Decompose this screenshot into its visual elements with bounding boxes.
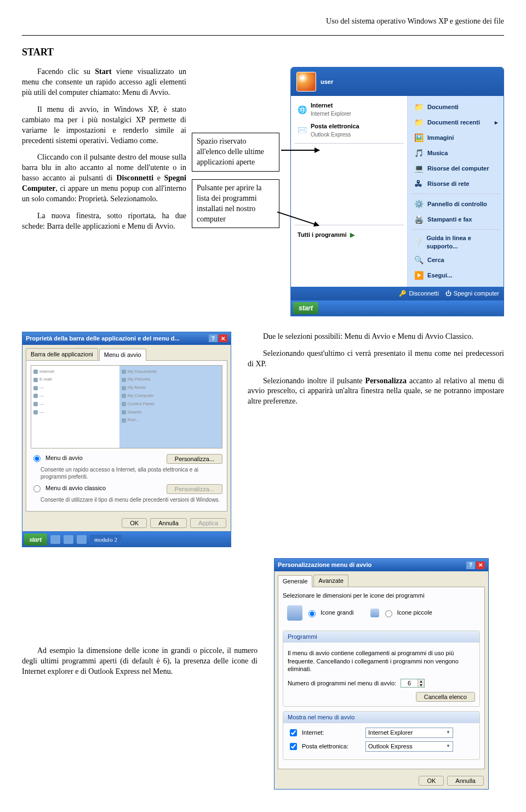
combo-internet[interactable]: Internet Explorer▼ [365, 728, 453, 738]
mid-text-column: Due le selezioni possibili: Menu di Avvi… [248, 332, 504, 547]
radio-menu-avvio[interactable] [33, 455, 41, 462]
radio-label: Menu di avvio classico [45, 484, 106, 492]
check-internet[interactable] [290, 729, 297, 736]
menu-item-documents[interactable]: 📁Documenti [410, 99, 501, 115]
menu-item-internet[interactable]: 🌐 InternetInternet Explorer [293, 99, 405, 120]
personalizza-button[interactable]: Personalizza... [167, 454, 222, 464]
gear-icon: ⚙️ [413, 198, 424, 209]
chevron-down-icon: ▼ [446, 743, 450, 749]
menu-item-search[interactable]: 🔍Cerca [410, 253, 501, 268]
radio-label: Menu di avvio [45, 454, 83, 462]
close-button[interactable]: ✕ [219, 334, 227, 342]
start-button[interactable]: start [24, 533, 47, 546]
taskbar-screenshot: start modulo 2 [22, 532, 231, 547]
tab-generale[interactable]: Generale [278, 575, 312, 587]
num-programs-spinner[interactable]: ▲▼ [401, 679, 425, 688]
check-mail[interactable] [290, 743, 297, 750]
ok-button[interactable]: OK [122, 518, 147, 528]
run-icon: ▶️ [413, 270, 424, 281]
group-programmi: Programmi [283, 631, 479, 643]
radio-icone-piccole[interactable] [385, 610, 392, 617]
menu-item-run[interactable]: ▶️Esegui... [410, 268, 501, 283]
chevron-right-icon: ▸ [495, 118, 498, 127]
tab-startmenu[interactable]: Menu di avvio [99, 349, 146, 361]
music-icon: 🎵 [413, 147, 424, 158]
all-programs-button[interactable]: Tutti i programmi▶ [293, 228, 405, 242]
num-programs-label: Numero di programmi nel menu di avvio: [288, 679, 396, 688]
group-mostra: Mostra nel menu di avvio [283, 712, 479, 723]
images-icon: 🖼️ [413, 132, 424, 143]
folder-icon: 📁 [413, 101, 424, 112]
quicklaunch-icon[interactable] [50, 535, 60, 544]
shutdown-button[interactable]: ⏻Spegni computer [445, 289, 499, 298]
num-programs-input[interactable] [401, 679, 418, 687]
large-icon-preview [287, 605, 302, 621]
taskbar-task[interactable]: modulo 2 [90, 535, 122, 545]
arrow-icon [281, 150, 319, 151]
radio-desc: Consente un rapido accesso a Internet, a… [41, 466, 222, 481]
close-button[interactable]: ✕ [476, 561, 485, 569]
radio-menu-classico[interactable] [33, 485, 41, 492]
dialog-title: Personalizzazione menu di avvio [278, 561, 371, 569]
menu-item-recent-docs[interactable]: 📁Documenti recenti▸ [410, 115, 501, 130]
radio-label: Icone piccole [397, 609, 432, 617]
help-button[interactable]: ? [466, 561, 475, 569]
para-1: Facendo clic su Start viene visualizzato… [22, 67, 186, 98]
username: user [321, 78, 333, 86]
start-button[interactable]: start [293, 302, 318, 314]
cancel-button[interactable]: Annulla [150, 518, 187, 528]
page-header: Uso del sistema operativo Windows XP e g… [22, 16, 504, 27]
search-icon: 🔍 [413, 255, 424, 266]
spinner-up-icon[interactable]: ▲ [418, 679, 424, 683]
radio-icone-grandi[interactable] [308, 610, 316, 617]
chevron-right-icon: ▶ [350, 231, 355, 239]
tab-taskbar[interactable]: Barra delle applicazioni [26, 348, 98, 360]
clear-list-button[interactable]: Cancella elenco [416, 692, 475, 702]
menu-item-help[interactable]: ❔Guida in linea e supporto... [410, 232, 501, 253]
radio-desc: Consente di utilizzare il tipo di menu d… [41, 496, 222, 504]
para-2: Il menu di avvio, in Windows XP, è stato… [22, 105, 186, 146]
menu-item-mail[interactable]: ✉️ Posta elettronicaOutlook Express [293, 120, 405, 141]
tab-avanzate[interactable]: Avanzate [313, 575, 348, 587]
para-3: Cliccando con il pulsante destro del mou… [22, 152, 186, 204]
help-button[interactable]: ? [209, 334, 218, 342]
small-icon-preview [370, 609, 379, 617]
mail-icon: ✉️ [296, 125, 307, 136]
startmenu-preview: Internet E-mail — — — — My Documents My … [31, 365, 222, 448]
quicklaunch-icon[interactable] [77, 535, 87, 544]
power-icon: ⏻ [445, 289, 451, 298]
icon-size-label: Selezionare le dimensioni per le icone d… [283, 592, 480, 600]
spinner-down-icon[interactable]: ▼ [418, 683, 424, 687]
dialog-title: Proprietà della barra delle applicazioni… [26, 334, 180, 343]
ok-button[interactable]: OK [419, 776, 444, 786]
check-label: Internet: [302, 729, 362, 737]
logoff-icon: 🔑 [399, 289, 407, 298]
para-4: La nuova finestra, sotto riportata, ha d… [22, 211, 186, 232]
menu-item-controlpanel[interactable]: ⚙️Pannello di controllo [410, 196, 501, 212]
quicklaunch-icon[interactable] [64, 535, 73, 544]
personalize-startmenu-dialog: Personalizzazione menu di avvio ? ✕ Gene… [274, 558, 489, 790]
menu-item-network[interactable]: 🖧Risorse di rete [410, 176, 501, 191]
intro-text-column: Facendo clic su Start viene visualizzato… [22, 67, 186, 316]
check-label: Posta elettronica: [302, 742, 362, 751]
apply-button: Applica [190, 518, 226, 528]
mid-para-2: Selezionando quest'ultimo ci verrà prese… [248, 349, 504, 370]
personalizza-button-disabled: Personalizza... [167, 484, 222, 494]
logoff-button[interactable]: 🔑Disconnetti [399, 289, 438, 298]
menu-item-music[interactable]: 🎵Musica [410, 145, 501, 161]
taskbar-properties-dialog: Proprietà della barra delle applicazioni… [22, 332, 231, 532]
menu-item-images[interactable]: 🖼️Immagini [410, 130, 501, 145]
mid-para-3: Selezionando inoltre il pulsante Persona… [248, 376, 504, 407]
header-rule [22, 35, 504, 36]
bottom-text: Ad esempio la dimensione delle icone in … [22, 558, 258, 677]
cancel-button[interactable]: Annulla [447, 776, 484, 786]
menu-item-printers[interactable]: 🖨️Stampanti e fax [410, 212, 501, 227]
combo-mail[interactable]: Outlook Express▼ [365, 741, 453, 752]
callout-recent-apps: Spazio riservato all'elenco delle ultime… [192, 133, 279, 172]
computer-icon: 💻 [413, 163, 424, 174]
mid-para-1: Due le selezioni possibili: Menu di Avvi… [248, 332, 504, 342]
printer-icon: 🖨️ [413, 214, 424, 225]
program-desc: Il menu di avvio contiene collegamenti a… [288, 649, 475, 674]
menu-item-mycomputer[interactable]: 💻Risorse del computer [410, 161, 501, 176]
start-menu-screenshot: user 🌐 InternetInternet Explorer ✉️ Post… [290, 67, 504, 316]
